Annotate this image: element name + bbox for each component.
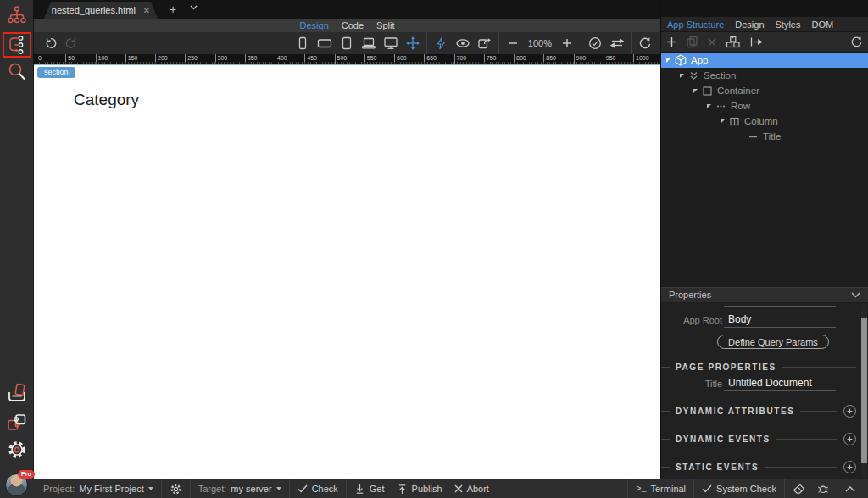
define-query-params-button[interactable]: Define Query Params [717,335,829,349]
delete-icon[interactable] [707,37,717,47]
components-manager-icon[interactable] [726,36,741,48]
tab-split[interactable]: Split [376,20,394,30]
download-icon [354,484,365,495]
expand-triangle-icon[interactable] [666,58,670,63]
collapse-chevron-icon[interactable] [851,292,860,298]
check-button[interactable]: Check [292,484,344,494]
canvas-heading-text[interactable]: Category [74,91,139,109]
app-structure-toolbar [661,32,868,53]
phone-portrait-icon[interactable] [292,32,313,54]
search-icon[interactable] [0,61,34,83]
refresh-icon[interactable] [635,32,655,54]
zoom-in-icon[interactable] [557,32,577,54]
static-events-section: STATIC EVENTS [661,461,868,473]
validate-check-icon[interactable] [585,32,605,54]
tab-styles[interactable]: Styles [776,19,801,30]
expand-triangle-icon[interactable] [693,89,698,93]
workflows-icon[interactable] [0,32,34,58]
laptop-icon[interactable] [359,32,379,54]
terminal-label: Terminal [651,484,687,494]
tree-item-app[interactable]: App [661,53,868,68]
publish-button[interactable]: Publish [391,484,448,495]
project-selector[interactable]: Project: My First Project [37,484,159,494]
system-check-button[interactable]: System Check [696,484,782,494]
separator [627,479,628,498]
add-dynamic-event-button[interactable] [843,433,856,445]
tab-code[interactable]: Code [342,20,364,30]
zoom-out-icon[interactable] [503,32,523,54]
app-root-select[interactable]: Body [728,313,751,325]
tab-close-icon[interactable]: ✕ [143,6,150,15]
tree-item-label: Section [704,70,736,80]
tree-item-title[interactable]: Title [661,129,868,144]
tree-item-label: Column [744,116,778,126]
separator [289,479,290,498]
tree-item-row[interactable]: Row [661,98,868,113]
expand-triangle-icon[interactable] [707,104,711,108]
move-tool-icon[interactable] [403,32,423,54]
expand-triangle-icon[interactable] [680,74,684,78]
properties-header[interactable]: Properties [661,287,868,302]
clear-console-eraser-icon[interactable] [787,484,811,495]
tab-list-chevron-icon[interactable] [190,5,198,10]
design-canvas[interactable]: section Category [34,64,660,479]
ruler-label: 650 [424,54,437,64]
row-dots-icon [715,101,726,112]
file-tab[interactable]: nested_queries.html ✕ [44,2,158,19]
tab-design[interactable]: Design [735,19,764,30]
desktop-icon[interactable] [381,32,401,54]
x-icon [454,484,463,493]
dynamic-events-section: DYNAMIC EVENTS [661,433,868,445]
check-icon [702,484,712,493]
refresh-structure-icon[interactable] [850,36,863,48]
target-selector[interactable]: Target: my server [192,484,287,494]
separator [190,479,191,498]
scrollbar-thumb[interactable] [861,318,867,463]
preview-eye-icon[interactable] [453,32,473,54]
project-settings-gear-icon[interactable] [164,483,188,495]
right-panel: App Structure Design Styles DOM [660,0,868,479]
tablet-landscape-icon[interactable] [314,32,335,54]
debug-bug-icon[interactable] [811,483,835,495]
open-in-browser-icon[interactable] [475,32,495,54]
scrolled-field-underline [724,306,836,307]
zoom-level[interactable]: 100% [525,38,555,48]
properties-scrollbar[interactable] [861,305,867,477]
tab-dom[interactable]: DOM [811,19,833,30]
get-button[interactable]: Get [348,484,391,495]
sync-arrows-icon[interactable] [607,32,627,54]
tree-item-column[interactable]: Column [661,113,868,129]
goto-code-icon[interactable] [749,36,763,47]
tree-item-section[interactable]: Section [661,68,868,83]
deploy-icon[interactable] [0,383,34,405]
settings-icon[interactable] [0,439,34,461]
title-label: Title [661,379,722,389]
add-dynamic-attribute-button[interactable] [843,405,856,418]
pro-badge: Pro [18,470,35,479]
tree-item-container[interactable]: Container [661,83,868,98]
upload-icon [397,484,408,495]
app-connect-icon[interactable] [0,5,34,25]
separator [837,479,837,498]
abort-button[interactable]: Abort [448,484,495,494]
expand-triangle-icon[interactable] [721,119,725,124]
title-input[interactable]: Untitled Document [728,377,812,389]
tab-design[interactable]: Design [300,20,329,30]
tab-app-structure[interactable]: App Structure [667,19,724,30]
section-tag-badge[interactable]: section [37,67,75,78]
add-static-event-button[interactable] [843,461,856,473]
redo-icon[interactable] [61,32,81,54]
tree-item-label: Title [763,131,781,141]
app-connect-preview-icon[interactable] [431,32,451,54]
terminal-button[interactable]: >_ Terminal [630,484,692,494]
wappler-ide-window: nested_queries.html ✕ + Design Code Spli… [0,0,868,498]
undo-icon[interactable] [41,32,61,54]
terminal-icon: >_ [636,484,646,494]
extensions-icon[interactable] [0,412,34,434]
add-element-icon[interactable] [666,36,677,47]
new-tab-button[interactable]: + [170,3,176,16]
expand-panel-chevron-up[interactable] [839,486,861,492]
duplicate-icon[interactable] [686,36,698,48]
publish-label: Publish [412,484,442,494]
tablet-portrait-icon[interactable] [337,32,357,54]
